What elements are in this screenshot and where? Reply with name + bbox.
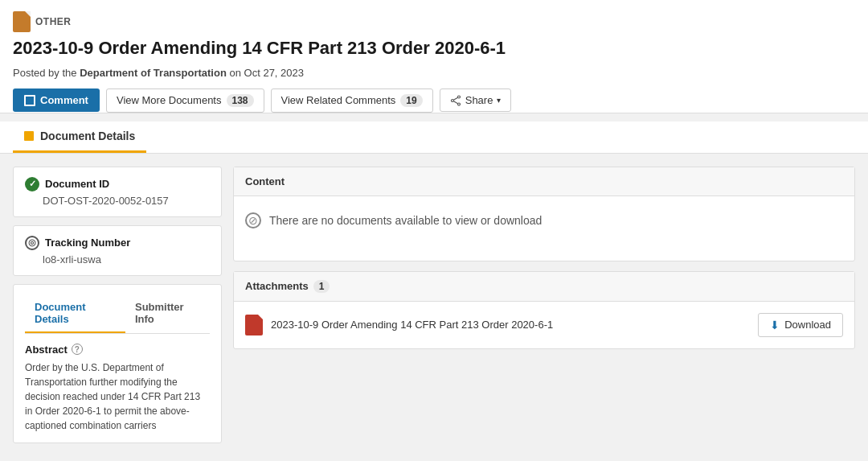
no-docs-text: There are no documents available to view… (269, 214, 542, 227)
content-panel-body: ⊘ There are no documents available to vi… (234, 196, 854, 261)
doc-title: 2023-10-9 Order Amending 14 CFR Part 213… (13, 37, 855, 60)
tracking-label: Tracking Number (45, 237, 130, 249)
doc-id-title: Document ID (25, 177, 210, 191)
svg-point-2 (451, 99, 453, 101)
tracking-value: lo8-xrli-uswa (25, 253, 210, 265)
sidebar-detail-card: Document Details Submitter Info Abstract… (13, 284, 222, 443)
sidebar-tab-doc-details[interactable]: Document Details (25, 294, 125, 333)
doc-meta: Posted by the Department of Transportati… (13, 67, 855, 79)
header-section: OTHER 2023-10-9 Order Amending 14 CFR Pa… (0, 0, 868, 113)
check-icon (25, 177, 39, 191)
view-docs-label: View More Documents (117, 94, 222, 106)
svg-point-1 (457, 103, 460, 105)
abstract-text: Order by the U.S. Department of Transpor… (25, 360, 210, 433)
abstract-label: Abstract (25, 344, 68, 356)
pdf-icon (245, 315, 263, 335)
content-panel-header: Content (234, 167, 854, 196)
page-wrapper: OTHER 2023-10-9 Order Amending 14 CFR Pa… (0, 0, 868, 461)
comment-button[interactable]: Comment (13, 88, 100, 112)
abstract-section-title: Abstract ? (25, 344, 210, 356)
tab-document-details-label: Document Details (40, 130, 135, 142)
doc-id-value: DOT-OST-2020-0052-0157 (25, 195, 210, 207)
agency-name: Department of Transportation (80, 67, 227, 79)
tab-doc-icon (24, 131, 34, 141)
sidebar-tabs: Document Details Submitter Info (25, 294, 210, 334)
meta-date: on Oct 27, 2023 (230, 67, 305, 79)
tab-document-details[interactable]: Document Details (13, 121, 146, 153)
download-label: Download (784, 319, 831, 331)
svg-point-0 (457, 96, 460, 98)
attachment-row: 2023-10-9 Order Amending 14 CFR Part 213… (234, 302, 854, 348)
help-icon[interactable]: ? (72, 344, 83, 355)
share-button[interactable]: Share ▾ (440, 88, 512, 112)
doc-type-label: OTHER (35, 16, 72, 27)
view-comments-label: View Related Comments (281, 94, 396, 106)
attachments-header: Attachments 1 (234, 272, 854, 302)
attachments-panel: Attachments 1 2023-10-9 Order Amending 1… (233, 271, 855, 349)
svg-line-3 (453, 97, 457, 100)
meta-prefix: Posted by the (13, 67, 77, 79)
tracking-number-card: Tracking Number lo8-xrli-uswa (13, 225, 222, 276)
attachments-count-badge: 1 (313, 280, 330, 293)
view-related-comments-button[interactable]: View Related Comments 19 (271, 88, 433, 113)
no-docs-message: ⊘ There are no documents available to vi… (245, 212, 843, 228)
main-content: Content ⊘ There are no documents availab… (233, 167, 855, 447)
doc-type-icon (13, 11, 31, 32)
attachment-info: 2023-10-9 Order Amending 14 CFR Part 213… (245, 315, 553, 335)
share-label: Share (465, 94, 493, 106)
attachment-filename: 2023-10-9 Order Amending 14 CFR Part 213… (271, 319, 553, 331)
svg-line-4 (453, 101, 457, 103)
doc-id-card: Document ID DOT-OST-2020-0052-0157 (13, 167, 222, 217)
view-more-docs-button[interactable]: View More Documents 138 (106, 88, 264, 113)
attachments-title-label: Attachments (245, 280, 309, 292)
tabs-section: Document Details (0, 121, 868, 154)
download-button[interactable]: ⬇ Download (758, 313, 843, 337)
content-area: Document ID DOT-OST-2020-0052-0157 Track… (0, 154, 868, 459)
content-panel: Content ⊘ There are no documents availab… (233, 167, 855, 261)
no-docs-icon: ⊘ (245, 212, 261, 228)
doc-id-label: Document ID (45, 178, 109, 190)
share-icon (450, 95, 461, 106)
target-icon (25, 236, 39, 250)
sidebar: Document ID DOT-OST-2020-0052-0157 Track… (13, 167, 222, 447)
comment-label: Comment (40, 94, 88, 106)
doc-type-badge: OTHER (13, 11, 855, 32)
action-bar: Comment View More Documents 138 View Rel… (13, 88, 855, 113)
sidebar-tab-submitter[interactable]: Submitter Info (125, 294, 210, 333)
view-docs-count-badge: 138 (227, 94, 254, 107)
view-comments-count-badge: 19 (400, 94, 422, 107)
download-icon: ⬇ (770, 319, 780, 331)
tracking-title: Tracking Number (25, 236, 210, 250)
chevron-down-icon: ▾ (497, 96, 501, 105)
comment-icon (24, 95, 35, 106)
